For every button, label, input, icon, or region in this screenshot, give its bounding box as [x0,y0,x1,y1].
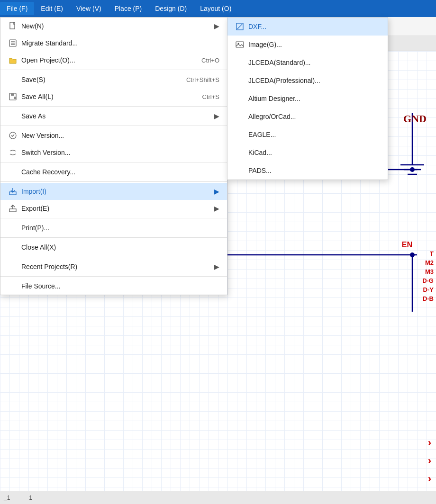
kicad-label: KiCad... [248,149,380,156]
menubar: File (F) Edit (E) View (V) Place (P) Des… [0,0,436,17]
pads-label: PADS... [248,167,380,174]
status-text-1: _1 [4,495,10,501]
image-label: Image(G)... [248,41,380,48]
export-arrow: ▶ [214,205,219,212]
sep1 [0,70,227,70]
menu-item-saveas[interactable]: Save As ▶ [0,108,227,125]
cache-label: Cache Recovery... [21,168,219,176]
arrow-1: › [428,437,431,449]
migrate-label: Migrate Standard... [21,39,219,47]
newver-label: New Version... [21,132,219,139]
jlcpro-label: JLCEDA(Professional)... [248,77,380,84]
newver-icon [6,131,19,140]
sep2 [0,106,227,107]
menu-item-import[interactable]: Import(I) ▶ [0,183,227,200]
label-dy: D-Y [422,286,434,293]
recent-arrow: ▶ [214,263,219,270]
status-bar: _1 1 [0,491,436,504]
import-jlcstd[interactable]: JLCEDA(Standard)... [227,54,388,72]
import-dxf[interactable]: DXF... [227,18,388,36]
save-label: Save(S) [21,76,177,83]
sep5 [0,181,227,182]
en-label: EN [402,241,412,249]
import-altium[interactable]: Altium Designer... [227,90,388,108]
closeall-label: Close All(X) [21,243,219,251]
arrow-3: › [428,473,431,485]
menu-item-migrate[interactable]: Migrate Standard... [0,35,227,52]
open-label: Open Project(O)... [21,56,192,64]
menu-design[interactable]: Design (D) [148,2,193,15]
menu-item-newver[interactable]: New Version... [0,127,227,144]
menu-item-closeall[interactable]: Close All(X) [0,239,227,256]
switchver-label: Switch Version... [21,149,219,156]
import-allegro[interactable]: Allegro/OrCad... [227,108,388,126]
svg-rect-26 [11,93,14,96]
menu-item-new[interactable]: New(N) ▶ [0,18,227,35]
open-icon [6,56,19,64]
label-m2: M2 [422,259,434,266]
saveall-label: Save All(L) [21,93,193,100]
import-icon [6,187,19,196]
switchver-icon [6,148,19,157]
right-arrows: › › › [428,437,431,485]
altium-label: Altium Designer... [248,95,380,102]
sep3 [0,126,227,126]
import-label: Import(I) [21,188,210,195]
saveas-arrow: ▶ [214,112,219,120]
menu-item-print[interactable]: Print(P)... [0,219,227,236]
image-icon [233,40,246,49]
arrow-2: › [428,455,431,467]
menu-item-export[interactable]: Export(E) ▶ [0,200,227,217]
allegro-label: Allegro/OrCad... [248,113,380,120]
sep9 [0,276,227,277]
menu-item-cache[interactable]: Cache Recovery... [0,163,227,180]
menu-layout[interactable]: Layout (O) [193,2,238,15]
jlcstd-label: JLCEDA(Standard)... [248,59,380,66]
sep7 [0,237,227,238]
file-menu: New(N) ▶ Migrate Standard... Open Projec… [0,17,227,295]
print-label: Print(P)... [21,224,219,232]
menu-item-saveall[interactable]: Save All(L) Ctrl+S [0,88,227,105]
import-jlcpro[interactable]: JLCEDA(Professional)... [227,72,388,90]
new-arrow: ▶ [214,22,219,30]
menu-view[interactable]: View (V) [70,2,108,15]
new-icon [6,22,19,30]
menu-place[interactable]: Place (P) [108,2,149,15]
open-shortcut: Ctrl+O [192,57,219,64]
saveall-shortcut: Ctrl+S [193,93,219,100]
menu-item-filesrc[interactable]: File Source... [0,278,227,295]
svg-rect-35 [236,42,244,47]
menu-item-switchver[interactable]: Switch Version... [0,144,227,161]
menu-file[interactable]: File (F) [0,2,34,15]
svg-rect-20 [10,22,15,29]
saveall-icon [6,92,19,101]
recent-label: Recent Projects(R) [21,263,210,270]
right-side-labels: T M2 M3 D-G D-Y D-B [422,250,434,302]
filesrc-label: File Source... [21,282,219,290]
menu-edit[interactable]: Edit (E) [34,2,70,15]
import-submenu: DXF... Image(G)... JLCEDA(Standard)... J… [227,17,388,180]
import-kicad[interactable]: KiCad... [227,144,388,162]
menu-item-save[interactable]: Save(S) Ctrl+Shift+S [0,71,227,88]
svg-rect-31 [9,209,16,212]
eagle-label: EAGLE... [248,131,380,138]
sep4 [0,162,227,162]
menu-item-recent[interactable]: Recent Projects(R) ▶ [0,258,227,275]
svg-point-13 [410,167,415,172]
menu-item-open[interactable]: Open Project(O)... Ctrl+O [0,52,227,69]
label-dg: D-G [422,277,434,284]
export-label: Export(E) [21,205,210,212]
dxf-label: DXF... [248,23,380,30]
export-icon [6,204,19,213]
sep6 [0,218,227,218]
import-image[interactable]: Image(G)... [227,36,388,54]
migrate-icon [6,39,19,47]
saveas-label: Save As [21,112,210,120]
gnd-label: GND [403,113,427,125]
import-pads[interactable]: PADS... [227,162,388,180]
svg-line-34 [237,24,242,29]
status-text-2: 1 [29,495,32,501]
dxf-icon [233,22,246,31]
save-shortcut: Ctrl+Shift+S [177,76,219,83]
import-eagle[interactable]: EAGLE... [227,126,388,144]
